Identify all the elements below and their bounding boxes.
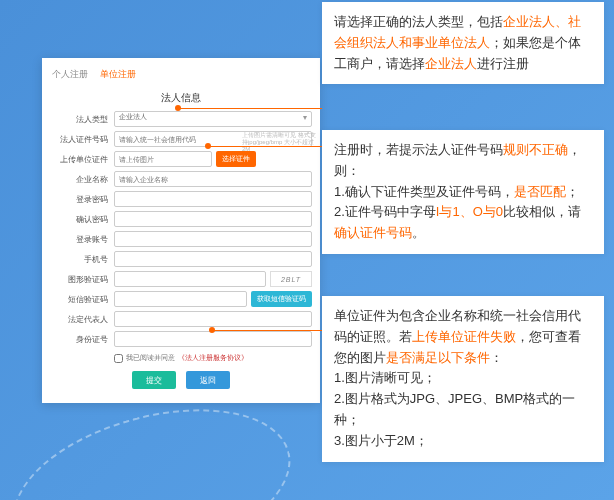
sms-button[interactable]: 获取短信验证码 <box>251 291 312 307</box>
idcard-input[interactable] <box>114 331 312 347</box>
tab-personal[interactable]: 个人注册 <box>52 68 88 81</box>
inline-hint-upload: 上传图片需清晰可见 格式支持jpg/jpeg/bmp 大小不超过2M <box>242 132 316 154</box>
captcha-input[interactable] <box>114 271 266 287</box>
pwd2-input[interactable] <box>114 211 312 227</box>
callout-line-1 <box>178 108 322 109</box>
row-captcha: 图形验证码 2BLT <box>42 271 320 287</box>
help-box-2: 注册时，若提示法人证件号码规则不正确，则： 1.确认下证件类型及证件号码，是否匹… <box>322 130 604 254</box>
agree-link[interactable]: 《法人注册服务协议》 <box>178 353 248 363</box>
legal-type-select[interactable]: 企业法人 <box>114 111 312 127</box>
sms-input[interactable] <box>114 291 247 307</box>
row-legal: 法定代表人 <box>42 311 320 327</box>
orgname-input[interactable] <box>114 171 312 187</box>
agree-checkbox[interactable] <box>114 354 123 363</box>
row-pwd: 登录密码 <box>42 191 320 207</box>
row-mailbox: 登录账号 <box>42 231 320 247</box>
agreement-row: 我已阅读并同意 《法人注册服务协议》 <box>42 353 320 363</box>
submit-button[interactable]: 提交 <box>132 371 176 389</box>
row-legal-type: 法人类型 企业法人 <box>42 111 320 127</box>
pwd-input[interactable] <box>114 191 312 207</box>
row-phone: 手机号 <box>42 251 320 267</box>
registration-form-panel: 个人注册 单位注册 法人信息 法人类型 企业法人 法人证件号码 上传单位证件 选… <box>42 58 320 403</box>
row-idcard: 身份证号 <box>42 331 320 347</box>
row-pwd2: 确认密码 <box>42 211 320 227</box>
help-box-3: 单位证件为包含企业名称和统一社会信用代码的证照。若上传单位证件失败，您可查看您的… <box>322 296 604 462</box>
register-tabs: 个人注册 单位注册 <box>42 64 320 83</box>
callout-line-3 <box>212 330 322 331</box>
row-sms: 短信验证码 获取短信验证码 <box>42 291 320 307</box>
tab-org[interactable]: 单位注册 <box>100 68 136 81</box>
agree-pretext: 我已阅读并同意 <box>126 353 175 363</box>
phone-input[interactable] <box>114 251 312 267</box>
captcha-image[interactable]: 2BLT <box>270 271 312 287</box>
section-title: 法人信息 <box>42 91 320 105</box>
help-box-1: 请选择正确的法人类型，包括企业法人、社会组织法人和事业单位法人；如果您是个体工商… <box>322 2 604 84</box>
upload-input[interactable] <box>114 151 212 167</box>
mailbox-input[interactable] <box>114 231 312 247</box>
back-button[interactable]: 返回 <box>186 371 230 389</box>
row-orgname: 企业名称 <box>42 171 320 187</box>
legal-input[interactable] <box>114 311 312 327</box>
